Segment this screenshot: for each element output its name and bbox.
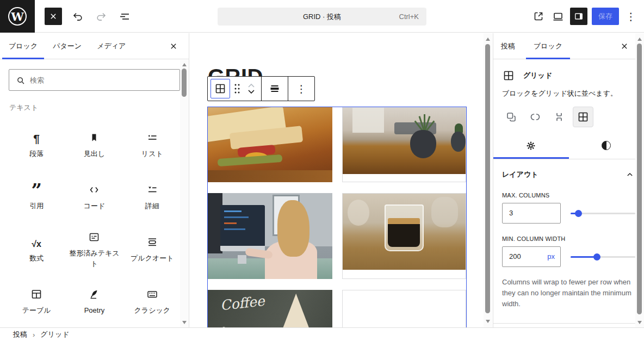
settings-close-button[interactable] [619,41,630,52]
block-search-box[interactable] [9,69,180,91]
wordpress-logo[interactable]: W [0,0,35,33]
breadcrumb-grid[interactable]: グリッド [40,330,69,339]
max-columns-slider[interactable] [571,208,635,219]
variation-grid-button[interactable] [573,107,593,127]
breadcrumb-separator: › [33,331,35,339]
woman-at-imac-photo[interactable] [208,193,332,279]
search-input[interactable] [30,76,160,84]
editor-canvas[interactable]: GRID [190,33,492,327]
scroll-down-arrow[interactable] [182,321,187,324]
grid-cell-3[interactable] [208,193,332,279]
chevron-up-icon[interactable] [624,169,635,180]
tab-media[interactable]: メディア [97,33,126,59]
settings-sidebar-toggle-button[interactable] [570,8,587,25]
scroll-down-arrow[interactable] [637,321,642,324]
options-menu-button[interactable]: ⋮ [623,9,639,24]
slider-thumb[interactable] [593,253,600,261]
tab-settings[interactable] [493,133,569,159]
block-toolbar: ⋮ [207,76,315,101]
variation-group-button[interactable] [501,107,522,127]
espresso-glass-photo[interactable] [343,194,466,270]
block-item-preformatted[interactable]: 整形済みテキスト [65,222,123,274]
scroll-up-arrow[interactable] [182,63,187,66]
kebab-menu-icon: ⋮ [296,84,307,94]
block-item-heading[interactable]: 見出し [65,118,123,169]
block-item-code[interactable]: コード [65,170,123,221]
min-column-width-label: MIN. COLUMN WIDTH [502,235,635,242]
settings-tabs: 投稿 ブロック [493,33,644,59]
club-sandwich-photo[interactable] [208,107,332,182]
redo-button[interactable] [94,9,109,24]
block-item-pullquote[interactable]: プルクオート [123,222,181,274]
save-button[interactable]: 保存 [592,8,619,25]
styles-icon [602,141,611,150]
inserter-scrollbar[interactable] [180,60,189,327]
canvas-scrollbar[interactable] [484,33,492,327]
preview-button[interactable] [550,9,566,24]
block-item-list[interactable]: リスト [123,118,181,169]
tab-styles[interactable] [569,133,644,159]
block-item-poetry[interactable]: Poetry [65,275,123,326]
heading-icon [88,128,101,144]
grid-cell-2[interactable] [342,107,467,182]
unit-select[interactable]: px [547,252,555,261]
settings-style-tabs [493,133,644,159]
close-icon [619,41,630,52]
block-drag-handle[interactable] [231,79,243,98]
grid-cell-1[interactable] [208,107,332,182]
scrollbar-thumb[interactable] [182,69,187,97]
move-down-button[interactable] [246,89,256,95]
block-item-details[interactable]: 詳細 [123,170,181,221]
min-column-width-slider[interactable] [571,251,635,262]
block-item-classic[interactable]: クラシック [123,275,181,326]
block-options-button[interactable]: ⋮ [288,77,314,101]
document-overview-button[interactable] [117,9,132,24]
poetry-feather-icon [88,284,101,301]
tab-block[interactable]: ブロック [534,33,562,59]
tab-post[interactable]: 投稿 [501,33,515,59]
move-up-button[interactable] [246,82,256,89]
settings-scrollbar[interactable] [635,33,644,327]
max-columns-input[interactable] [503,209,541,217]
grid-block-type-button[interactable] [210,79,230,98]
coffee-time-chalkboard-photo[interactable]: Coffee time [208,290,332,327]
tab-patterns[interactable]: パターン [53,33,82,59]
max-columns-input-box [502,203,561,224]
block-item-quote[interactable]: ” 引用 [8,170,65,221]
selected-grid-block[interactable]: Coffee time [207,107,467,327]
inserter-close-button[interactable] [168,41,179,52]
scrollbar-thumb[interactable] [637,44,642,314]
slider-thumb[interactable] [575,210,582,217]
settings-sidebar: 投稿 ブロック グリッド ブロックをグリッド状に並べます。 [493,33,644,327]
min-column-width-input[interactable] [503,252,541,261]
view-post-button[interactable] [531,9,546,24]
scrollbar-thumb[interactable] [485,44,490,313]
wordpress-logo-letter: W [8,7,27,26]
variation-stack-button[interactable] [549,107,569,127]
tab-blocks[interactable]: ブロック [9,33,38,59]
details-icon [146,180,159,196]
list-icon [146,128,159,144]
group-icon [505,110,518,123]
grid-cell-4[interactable] [342,193,467,279]
scroll-down-arrow[interactable] [486,320,490,323]
potted-plant-photo[interactable] [343,108,466,174]
variation-row-button[interactable] [525,107,546,127]
block-inserter-toggle-button[interactable] [45,8,62,25]
command-palette-button[interactable]: GRID · 投稿 Ctrl+K [218,8,426,26]
grid-cell-5[interactable]: Coffee time [208,290,332,327]
empty-grid-cell[interactable] [342,290,467,327]
list-view-icon [118,10,131,23]
block-item-paragraph[interactable]: ¶ 段落 [8,118,65,169]
align-button[interactable] [262,77,288,101]
scroll-up-arrow[interactable] [637,38,642,41]
pilcrow-icon: ¶ [33,128,40,144]
classic-keyboard-icon [146,284,159,301]
breadcrumb-bar: 投稿 › グリッド [0,327,644,341]
breadcrumb-post[interactable]: 投稿 [13,330,27,339]
scroll-up-arrow[interactable] [486,38,490,41]
undo-button[interactable] [70,9,85,24]
block-item-table[interactable]: テーブル [8,275,65,326]
search-icon [15,75,27,86]
block-item-math[interactable]: √x 数式 [8,222,65,274]
